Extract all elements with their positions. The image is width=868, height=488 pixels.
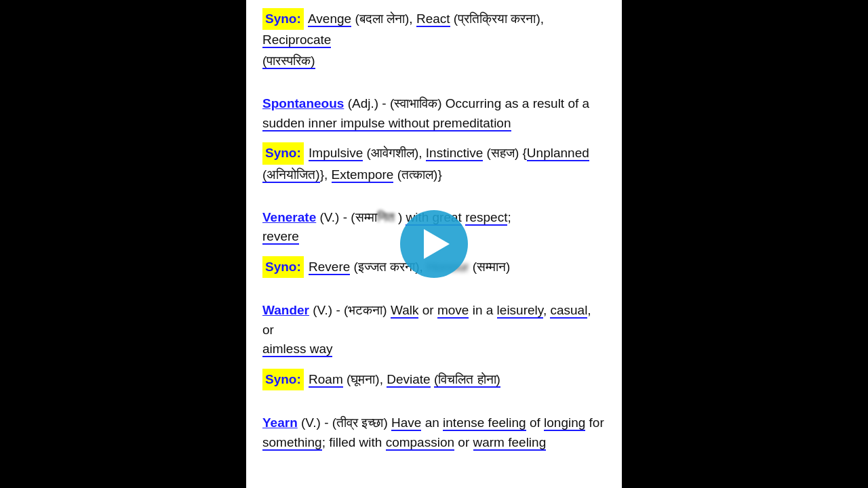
react-hindi: (प्रतिक्रिया करना) bbox=[454, 12, 540, 26]
spontaneous-section: Spontaneous (Adj.) - (स्वाभाविक) Occurri… bbox=[262, 94, 606, 185]
spontaneous-word: Spontaneous bbox=[262, 96, 344, 110]
yearn-def-line: Yearn (V.) - (तीव्र इच्छा) Have an inten… bbox=[262, 413, 606, 452]
reciprocate-hindi: (पारस्परिक) bbox=[262, 54, 315, 69]
unplanned-hindi: (अनियोजित) bbox=[262, 167, 320, 183]
gap1 bbox=[262, 82, 606, 94]
react-word: React bbox=[416, 12, 450, 27]
gap-small-1 bbox=[262, 136, 606, 140]
wander-word: Wander bbox=[262, 303, 309, 317]
wander-def-line: Wander (V.) - (भटकना) Walk or move in a … bbox=[262, 301, 606, 359]
syno-avenge-line: Syno: Avenge (बदला लेना), React (प्रतिक्… bbox=[262, 8, 606, 71]
play-button[interactable] bbox=[400, 210, 468, 278]
venerate-pos: (V.) - bbox=[320, 210, 351, 224]
venerate-word: Venerate bbox=[262, 210, 316, 224]
revere-word: Revere bbox=[309, 260, 350, 275]
right-black-panel bbox=[622, 0, 868, 488]
wander-hindi: (भटकना) bbox=[344, 303, 391, 317]
syno-spontaneous-line: Syno: Impulsive (आवेगशील), Instinctive (… bbox=[262, 142, 606, 185]
deviate-hindi: (विचलित होना) bbox=[434, 372, 500, 388]
syno-badge-venerate: Syno: bbox=[262, 256, 304, 278]
impulsive-word: Impulsive bbox=[309, 146, 363, 161]
syno-badge-avenge: Syno: bbox=[262, 8, 304, 30]
unplanned-word: Unplanned bbox=[527, 146, 589, 161]
gap4 bbox=[262, 401, 606, 413]
wander-pos: (V.) - bbox=[313, 303, 344, 317]
gap-small-3 bbox=[262, 362, 606, 366]
syno-spontaneous-text: Impulsive (आवेगशील), Instinctive (सहज) {… bbox=[262, 146, 589, 182]
revere-hindi2: (सम्मान) bbox=[473, 260, 511, 274]
play-icon bbox=[424, 229, 450, 259]
roam-word: Roam bbox=[309, 372, 343, 388]
instinctive-hindi: (सहज) bbox=[487, 146, 519, 160]
gap2 bbox=[262, 196, 606, 208]
yearn-def: Have an intense feeling of longing for bbox=[391, 415, 604, 431]
gap3 bbox=[262, 289, 606, 301]
reciprocate-word: Reciprocate bbox=[262, 33, 331, 48]
avenge-hindi: (बदला लेना) bbox=[355, 12, 409, 26]
syno-avenge-text: Avenge (बदला लेना), React (प्रतिक्रिया क… bbox=[262, 12, 544, 69]
syno-wander-line: Syno: Roam (घूमना), Deviate (विचलित होना… bbox=[262, 369, 606, 390]
wander-def2: aimless way bbox=[262, 342, 332, 357]
extempore-word: Extempore bbox=[332, 167, 394, 183]
wander-def: Walk or move in a leisurely, casual, or bbox=[262, 303, 591, 337]
extempore-hindi: (तत्काल) bbox=[397, 167, 438, 182]
spontaneous-def-line: Spontaneous (Adj.) - (स्वाभाविक) Occurri… bbox=[262, 94, 606, 133]
wander-section: Wander (V.) - (भटकना) Walk or move in a … bbox=[262, 301, 606, 390]
venerate-def3: revere bbox=[262, 229, 299, 245]
spontaneous-hindi: (स्वाभाविक) bbox=[390, 96, 446, 110]
spontaneous-pos: (Adj.) - bbox=[348, 96, 390, 110]
syno-badge-wander: Syno: bbox=[262, 369, 304, 390]
video-content-area: Syno: Avenge (बदला लेना), React (प्रतिक्… bbox=[246, 0, 622, 488]
yearn-def2: something; filled with compassion or war… bbox=[262, 435, 546, 451]
left-black-panel bbox=[0, 0, 246, 488]
avenge-word: Avenge bbox=[308, 12, 351, 27]
syno-badge-spontaneous: Syno: bbox=[262, 142, 304, 164]
roam-hindi: (घूमना) bbox=[347, 372, 380, 386]
syno-avenge-section: Syno: Avenge (बदला लेना), React (प्रतिक्… bbox=[262, 0, 606, 71]
yearn-pos: (V.) - bbox=[301, 415, 332, 430]
yearn-section: Yearn (V.) - (तीव्र इच्छा) Have an inten… bbox=[262, 413, 606, 452]
syno-wander-text: Roam (घूमना), Deviate (विचलित होना) bbox=[309, 372, 500, 388]
venerate-hindi: (सम्मानित bbox=[351, 210, 394, 224]
impulsive-hindi: (आवेगशील) bbox=[367, 146, 419, 160]
spontaneous-def: Occurring as a result of a bbox=[446, 96, 589, 110]
venerate-def: ) bbox=[398, 210, 402, 224]
yearn-word: Yearn bbox=[262, 415, 298, 430]
instinctive-word: Instinctive bbox=[426, 146, 483, 161]
deviate-word: Deviate bbox=[387, 372, 430, 388]
spontaneous-def2: sudden inner impulse without premeditati… bbox=[262, 116, 511, 131]
yearn-hindi: (तीव्र इच्छा) bbox=[332, 415, 391, 430]
